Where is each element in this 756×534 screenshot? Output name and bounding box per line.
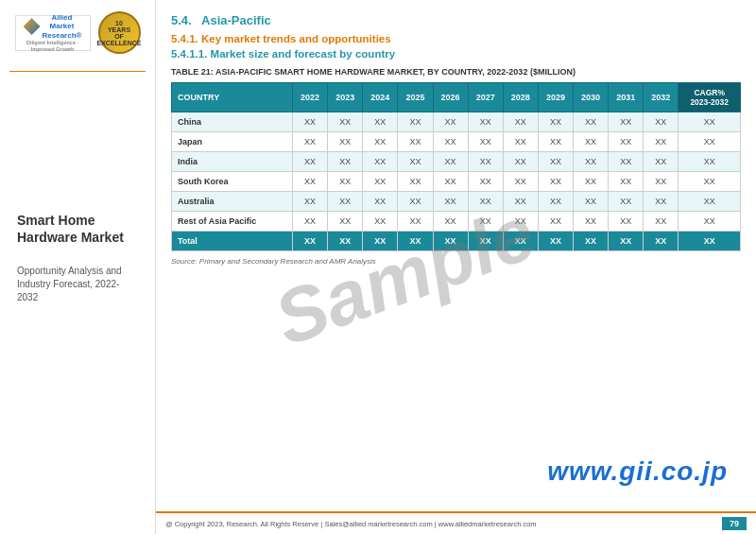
- table-cell-3-3: XX: [398, 172, 433, 192]
- table-cell-2-9: XX: [609, 152, 644, 172]
- header-2025: 2025: [398, 83, 433, 112]
- sidebar-divider: [9, 71, 146, 72]
- celebrating-years: 10: [115, 20, 123, 26]
- table-cell-6-5: XX: [468, 232, 503, 251]
- section-heading: 5.4. Asia-Pacific: [171, 13, 741, 27]
- table-cell-0-4: XX: [433, 112, 468, 132]
- table-cell-3-6: XX: [503, 172, 538, 192]
- header-cagr: CAGR%2023-2032: [679, 83, 741, 112]
- table-cell-3-10: XX: [644, 172, 679, 192]
- table-cell-1-0: XX: [293, 132, 328, 152]
- table-cell-1-8: XX: [574, 132, 609, 152]
- table-cell-5-6: XX: [503, 212, 538, 232]
- table-cell-4-3: XX: [398, 192, 433, 212]
- table-cell-1-10: XX: [644, 132, 679, 152]
- table-cell-4-11: XX: [679, 192, 741, 212]
- table-cell-3-11: XX: [679, 172, 741, 192]
- table-cell-0-11: XX: [679, 112, 741, 132]
- table-cell-1-6: XX: [503, 132, 538, 152]
- table-cell-4-2: XX: [363, 192, 398, 212]
- table-cell-5-4: XX: [433, 212, 468, 232]
- table-cell-4-9: XX: [609, 192, 644, 212]
- table-cell-3-2: XX: [363, 172, 398, 192]
- section-label: Asia-Pacific: [201, 13, 271, 27]
- table-cell-2-7: XX: [538, 152, 573, 172]
- table-cell-4-1: XX: [328, 192, 363, 212]
- header-country: COUNTRY: [172, 83, 293, 112]
- table-cell-6-3: XX: [398, 232, 433, 251]
- table-cell-5-2: XX: [363, 212, 398, 232]
- table-cell-5-0: XX: [293, 212, 328, 232]
- sub-heading-key-trends: 5.4.1. Key market trends and opportuniti…: [171, 33, 741, 44]
- sidebar-title-area: Smart Home Hardware Market Opportunity A…: [9, 212, 146, 304]
- table-cell-0-3: XX: [398, 112, 433, 132]
- table-cell-4-10: XX: [644, 192, 679, 212]
- table-cell-2-2: XX: [363, 152, 398, 172]
- celebrating-sub: OF EXCELLENCE: [96, 33, 141, 46]
- table-cell-2-5: XX: [468, 152, 503, 172]
- table-cell-6-7: XX: [538, 232, 573, 251]
- table-cell-5-10: XX: [644, 212, 679, 232]
- table-cell-2-10: XX: [644, 152, 679, 172]
- header-2029: 2029: [538, 83, 573, 112]
- table-cell-6-4: XX: [433, 232, 468, 251]
- table-cell-0-1: XX: [328, 112, 363, 132]
- table-cell-0-10: XX: [644, 112, 679, 132]
- table-caption: TABLE 21: ASIA-PACIFIC SMART HOME HARDWA…: [171, 67, 741, 77]
- header-2030: 2030: [574, 83, 609, 112]
- table-cell-3-7: XX: [538, 172, 573, 192]
- table-cell-1-3: XX: [398, 132, 433, 152]
- table-cell-5-7: XX: [538, 212, 573, 232]
- table-cell-3-4: XX: [433, 172, 468, 192]
- table-cell-6-2: XX: [363, 232, 398, 251]
- celebrating-label: YEARS: [108, 26, 130, 33]
- table-cell-2-11: XX: [679, 152, 741, 172]
- table-cell-0-7: XX: [538, 112, 573, 132]
- table-cell-0-8: XX: [574, 112, 609, 132]
- table-cell-5-3: XX: [398, 212, 433, 232]
- header-2027: 2027: [468, 83, 503, 112]
- table-cell-0-9: XX: [609, 112, 644, 132]
- table-row-country-6: Total: [172, 232, 293, 251]
- market-data-table: COUNTRY 2022 2023 2024 2025 2026 2027 20…: [171, 82, 741, 251]
- footer-page-number: 79: [722, 517, 747, 530]
- table-cell-1-9: XX: [609, 132, 644, 152]
- table-cell-1-2: XX: [363, 132, 398, 152]
- table-row-country-0: China: [172, 112, 293, 132]
- table-cell-2-3: XX: [398, 152, 433, 172]
- header-2023: 2023: [328, 83, 363, 112]
- table-cell-3-5: XX: [468, 172, 503, 192]
- table-cell-4-6: XX: [503, 192, 538, 212]
- table-cell-6-9: XX: [609, 232, 644, 251]
- table-cell-1-4: XX: [433, 132, 468, 152]
- table-cell-5-8: XX: [574, 212, 609, 232]
- table-cell-4-4: XX: [433, 192, 468, 212]
- allied-logo: AlliedMarketResearch® Diligent Intellige…: [15, 15, 91, 51]
- table-cell-3-8: XX: [574, 172, 609, 192]
- gii-watermark: www.gii.co.jp: [547, 456, 728, 487]
- table-cell-1-11: XX: [679, 132, 741, 152]
- table-cell-1-5: XX: [468, 132, 503, 152]
- table-cell-2-4: XX: [433, 152, 468, 172]
- table-cell-5-1: XX: [328, 212, 363, 232]
- allied-sub: Diligent Intelligence · Improved Growth: [16, 40, 90, 52]
- section-number: 5.4.: [171, 13, 192, 27]
- table-cell-5-11: XX: [679, 212, 741, 232]
- sidebar: AlliedMarketResearch® Diligent Intellige…: [0, 0, 156, 534]
- source-text: Source: Primary and Secondary Research a…: [171, 257, 741, 266]
- table-cell-6-10: XX: [644, 232, 679, 251]
- footer: @ Copyright 2023, Research. All Rights R…: [156, 511, 756, 534]
- sidebar-title-main: Smart Home Hardware Market: [17, 212, 138, 246]
- table-cell-6-6: XX: [503, 232, 538, 251]
- table-cell-2-0: XX: [293, 152, 328, 172]
- main-content: 5.4. Asia-Pacific 5.4.1. Key market tren…: [156, 0, 756, 534]
- table-cell-3-1: XX: [328, 172, 363, 192]
- table-cell-0-5: XX: [468, 112, 503, 132]
- sub-heading-market-size: 5.4.1.1. Market size and forecast by cou…: [171, 48, 741, 60]
- table-cell-2-8: XX: [574, 152, 609, 172]
- table-cell-2-6: XX: [503, 152, 538, 172]
- table-row-country-4: Australia: [172, 192, 293, 212]
- table-row-country-1: Japan: [172, 132, 293, 152]
- header-2032: 2032: [644, 83, 679, 112]
- table-cell-6-11: XX: [679, 232, 741, 251]
